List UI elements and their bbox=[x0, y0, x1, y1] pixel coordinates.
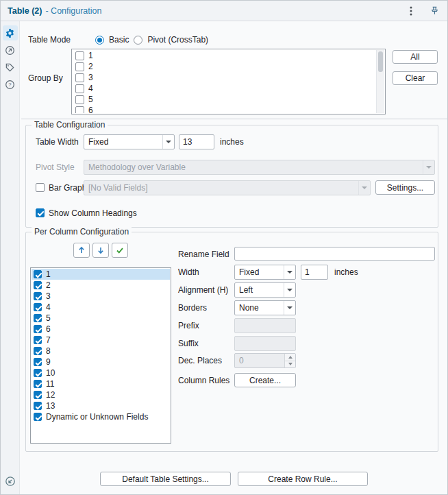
group-by-row[interactable]: 2 bbox=[73, 61, 375, 72]
pivot-radio[interactable] bbox=[134, 36, 142, 45]
prefix-label: Prefix bbox=[178, 318, 199, 333]
dec-places-value: 0 bbox=[235, 354, 284, 367]
annotation-tab[interactable] bbox=[3, 60, 18, 75]
field-row[interactable]: 8 bbox=[32, 346, 170, 357]
group-by-row[interactable]: 3 bbox=[73, 72, 375, 83]
group-by-label: Group By bbox=[28, 71, 63, 86]
column-rules-label: Column Rules bbox=[178, 373, 229, 388]
field-checkbox[interactable] bbox=[34, 380, 42, 388]
field-checkbox[interactable] bbox=[34, 369, 42, 377]
table-width-mode-select[interactable]: Fixed bbox=[84, 134, 175, 149]
field-row[interactable]: 6 bbox=[32, 324, 170, 335]
scrollbar-thumb[interactable] bbox=[378, 51, 383, 72]
width-mode-select[interactable]: Fixed bbox=[234, 265, 296, 280]
group-by-checkbox[interactable] bbox=[75, 95, 84, 104]
group-by-row[interactable]: 1 bbox=[73, 50, 375, 61]
bar-graph-checkbox[interactable] bbox=[36, 183, 45, 192]
group-by-checkbox[interactable] bbox=[75, 62, 84, 71]
field-checkbox[interactable] bbox=[34, 413, 42, 421]
field-row[interactable]: 1 bbox=[32, 269, 170, 280]
group-by-checkbox[interactable] bbox=[75, 73, 84, 82]
configuration-tab[interactable] bbox=[3, 25, 18, 40]
field-checkbox[interactable] bbox=[34, 391, 42, 399]
field-row[interactable]: 5 bbox=[32, 313, 170, 324]
rename-field-input[interactable] bbox=[234, 247, 435, 261]
table-width-input[interactable] bbox=[179, 134, 214, 149]
field-checkbox[interactable] bbox=[34, 281, 42, 289]
all-button[interactable]: All bbox=[393, 50, 438, 64]
field-checkbox[interactable] bbox=[34, 402, 42, 410]
pivot-style-label: Pivot Style bbox=[36, 160, 75, 175]
group-by-row[interactable]: 5 bbox=[73, 94, 375, 105]
apply-icon bbox=[116, 246, 124, 254]
field-checkbox[interactable] bbox=[34, 270, 42, 278]
move-down-icon bbox=[97, 246, 105, 254]
borders-value: None bbox=[235, 303, 284, 313]
group-by-row[interactable]: 4 bbox=[73, 83, 375, 94]
settings-button[interactable]: Settings... bbox=[375, 180, 435, 195]
prefix-input bbox=[234, 318, 296, 333]
group-by-checkbox[interactable] bbox=[75, 106, 84, 114]
field-label: 1 bbox=[46, 269, 51, 279]
field-row[interactable]: 11 bbox=[32, 378, 170, 389]
field-row[interactable]: 12 bbox=[32, 389, 170, 400]
basic-radio[interactable] bbox=[95, 36, 104, 45]
field-row[interactable]: 10 bbox=[32, 367, 170, 378]
collapse-icon bbox=[5, 476, 16, 487]
group-by-item-label: 5 bbox=[88, 95, 93, 104]
per-column-configuration-title: Per Column Configuration bbox=[32, 227, 132, 237]
show-column-headings-label: Show Column Headings bbox=[49, 206, 137, 221]
chevron-down-icon bbox=[358, 181, 370, 195]
field-row[interactable]: 7 bbox=[32, 335, 170, 346]
pin-icon[interactable] bbox=[428, 5, 440, 17]
help-tab[interactable]: ? bbox=[3, 77, 18, 92]
field-checkbox[interactable] bbox=[34, 292, 42, 300]
chevron-down-icon bbox=[284, 265, 295, 279]
field-checkbox[interactable] bbox=[34, 303, 42, 311]
field-label: 7 bbox=[46, 335, 51, 345]
field-checkbox[interactable] bbox=[34, 325, 42, 333]
suffix-input bbox=[234, 336, 296, 351]
spinner-up-icon[interactable] bbox=[285, 354, 295, 361]
pivot-style-value: Methodology over Variable bbox=[84, 162, 423, 172]
navigation-tab[interactable] bbox=[3, 43, 18, 58]
group-by-checkbox[interactable] bbox=[75, 84, 84, 93]
move-down-button[interactable] bbox=[92, 243, 109, 258]
collapse-panel-button[interactable] bbox=[3, 474, 18, 489]
alignment-select[interactable]: Left bbox=[234, 282, 296, 298]
field-checkbox[interactable] bbox=[34, 358, 42, 366]
kebab-menu-icon[interactable] bbox=[405, 5, 417, 17]
field-row[interactable]: 2 bbox=[32, 280, 170, 291]
borders-label: Borders bbox=[178, 300, 207, 315]
field-row[interactable]: 9 bbox=[32, 357, 170, 367]
per-column-fields-list[interactable]: 1 2 3 4 5 6 7 8 bbox=[30, 267, 171, 444]
field-row[interactable]: 4 bbox=[32, 302, 170, 313]
apply-button[interactable] bbox=[112, 243, 128, 258]
spinner-down-icon[interactable] bbox=[285, 361, 295, 368]
show-column-headings-checkbox[interactable] bbox=[36, 208, 45, 217]
move-up-button[interactable] bbox=[73, 243, 90, 258]
gear-icon bbox=[5, 28, 15, 38]
group-by-row[interactable]: 6 bbox=[73, 105, 375, 113]
bar-graph-label: Bar Graph bbox=[49, 180, 86, 195]
field-checkbox[interactable] bbox=[34, 347, 42, 355]
create-row-rule-button[interactable]: Create Row Rule... bbox=[238, 472, 368, 486]
section-divider bbox=[21, 119, 448, 119]
field-label: 3 bbox=[46, 291, 51, 301]
group-by-checkbox[interactable] bbox=[75, 51, 84, 60]
width-input[interactable] bbox=[301, 265, 328, 280]
borders-select[interactable]: None bbox=[234, 300, 296, 315]
create-column-rule-button[interactable]: Create... bbox=[234, 373, 296, 387]
field-row[interactable]: 3 bbox=[32, 291, 170, 302]
chevron-down-icon bbox=[284, 301, 295, 315]
field-checkbox[interactable] bbox=[34, 336, 42, 344]
field-row[interactable]: Dynamic or Unknown Fields bbox=[32, 411, 170, 422]
field-label: 13 bbox=[46, 401, 55, 411]
group-by-listbox[interactable]: 1 2 3 4 5 6 bbox=[71, 49, 386, 114]
clear-button[interactable]: Clear bbox=[393, 71, 438, 85]
default-table-settings-button[interactable]: Default Table Settings... bbox=[100, 472, 231, 486]
field-checkbox[interactable] bbox=[34, 314, 42, 322]
field-label: 5 bbox=[46, 313, 51, 323]
field-row[interactable]: 13 bbox=[32, 400, 170, 411]
scrollbar[interactable] bbox=[376, 50, 384, 113]
